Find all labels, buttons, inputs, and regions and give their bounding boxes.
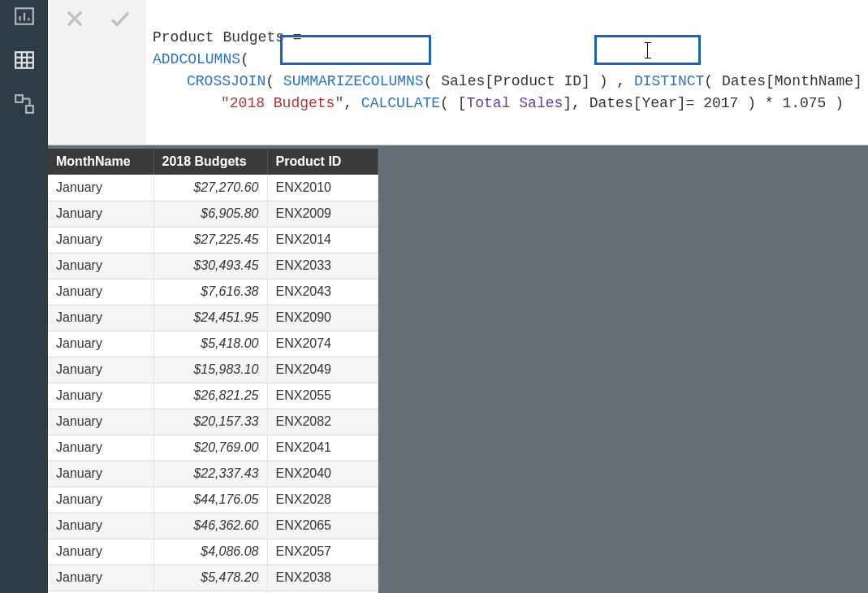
cell-monthname: January: [48, 201, 153, 227]
report-canvas[interactable]: MonthName 2018 Budgets Product ID Januar…: [48, 145, 868, 593]
svg-rect-10: [26, 106, 33, 113]
kw-addcolumns: ADDCOLUMNS: [153, 51, 240, 67]
cell-monthname: January: [48, 409, 153, 435]
cell-monthname: January: [48, 513, 153, 539]
cell-budget: $6,905.80: [153, 201, 267, 227]
cell-budget: $4,086.08: [153, 539, 267, 565]
cell-budget: $5,418.00: [153, 331, 267, 357]
cell-productid: ENX2014: [267, 227, 378, 253]
val-multiplier: 1.075: [782, 95, 826, 111]
formula-bar: Product Budgets = ADDCOLUMNS( CROSSJOIN(…: [48, 0, 868, 145]
cell-productid: ENX2028: [267, 487, 378, 513]
cell-budget: $5,478.20: [153, 565, 267, 591]
kw-crossjoin: CROSSJOIN: [187, 73, 266, 89]
results-table[interactable]: MonthName 2018 Budgets Product ID Januar…: [48, 149, 378, 593]
cell-productid: ENX2055: [267, 383, 378, 409]
val-year: 2017: [703, 95, 738, 111]
cell-budget: $26,821.25: [153, 383, 267, 409]
report-view-icon[interactable]: [12, 4, 37, 28]
cell-productid: ENX2009: [267, 201, 378, 227]
header-monthname[interactable]: MonthName: [48, 149, 153, 175]
cell-productid: ENX2090: [267, 305, 378, 331]
cell-monthname: January: [48, 539, 153, 565]
cell-budget: $30,493.45: [153, 253, 267, 279]
cell-monthname: January: [48, 487, 153, 513]
ref-dates-monthname: Dates[MonthName]: [722, 73, 862, 89]
table-row[interactable]: January$27,270.60ENX2010: [48, 175, 378, 201]
cell-budget: $20,769.00: [153, 435, 267, 461]
cell-monthname: January: [48, 357, 153, 383]
model-view-icon[interactable]: [12, 92, 37, 116]
cell-productid: ENX2082: [267, 409, 378, 435]
cell-budget: $7,616.38: [153, 279, 267, 305]
formula-controls: [48, 0, 146, 145]
cell-monthname: January: [48, 253, 153, 279]
kw-distinct: DISTINCT: [634, 73, 704, 89]
cell-budget: $20,157.33: [153, 409, 267, 435]
table-row[interactable]: January$7,616.38ENX2043: [48, 279, 378, 305]
cell-monthname: January: [48, 331, 153, 357]
table-row[interactable]: January$22,337.43ENX2040: [48, 461, 378, 487]
table-row[interactable]: January$27,225.45ENX2014: [48, 227, 378, 253]
cell-monthname: January: [48, 175, 153, 201]
kw-calculate: CALCULATE: [361, 95, 440, 111]
cell-monthname: January: [48, 227, 153, 253]
table-row[interactable]: January$4,086.08ENX2057: [48, 539, 378, 565]
cell-productid: ENX2074: [267, 331, 378, 357]
cell-budget: $44,176.05: [153, 487, 267, 513]
cell-budget: $24,451.95: [153, 305, 267, 331]
table-row[interactable]: January$44,176.05ENX2028: [48, 487, 378, 513]
table-row[interactable]: January$6,905.80ENX2009: [48, 201, 378, 227]
cell-budget: $46,362.60: [153, 513, 267, 539]
table-header-row: MonthName 2018 Budgets Product ID: [48, 149, 378, 175]
table-row[interactable]: January$26,821.25ENX2055: [48, 383, 378, 409]
header-2018budgets[interactable]: 2018 Budgets: [153, 149, 267, 175]
cell-productid: ENX2057: [267, 539, 378, 565]
svg-rect-9: [15, 95, 23, 102]
cell-budget: $27,225.45: [153, 227, 267, 253]
cell-monthname: January: [48, 279, 153, 305]
cell-productid: ENX2033: [267, 253, 378, 279]
ref-dates-year: Dates[Year]: [589, 95, 686, 111]
cell-productid: ENX2010: [267, 175, 378, 201]
cell-productid: ENX2043: [267, 279, 378, 305]
cell-budget: $15,983.10: [153, 357, 267, 383]
ref-total-sales: Total Sales: [466, 95, 563, 111]
view-navbar: [0, 0, 48, 593]
table-row[interactable]: January$24,451.95ENX2090: [48, 305, 378, 331]
cell-productid: ENX2041: [267, 435, 378, 461]
table-row[interactable]: January$5,418.00ENX2074: [48, 331, 378, 357]
table-row[interactable]: January$15,983.10ENX2049: [48, 357, 378, 383]
formula-line-1: Product Budgets =: [153, 29, 302, 45]
ref-sales-productid: Sales[Product ID]: [441, 73, 590, 89]
svg-rect-4: [15, 52, 33, 68]
table-row[interactable]: January$46,362.60ENX2065: [48, 513, 378, 539]
cell-budget: $27,270.60: [153, 175, 267, 201]
cell-monthname: January: [48, 435, 153, 461]
str-budgets: "2018 Budgets": [221, 95, 343, 111]
table-row[interactable]: January$30,493.45ENX2033: [48, 253, 378, 279]
cell-budget: $22,337.43: [153, 461, 267, 487]
dax-formula-editor[interactable]: Product Budgets = ADDCOLUMNS( CROSSJOIN(…: [146, 0, 868, 145]
cancel-formula-button[interactable]: [57, 3, 93, 34]
cell-productid: ENX2040: [267, 461, 378, 487]
table-row[interactable]: January$20,157.33ENX2082: [48, 409, 378, 435]
kw-summarizecolumns: SUMMARIZECOLUMNS: [283, 73, 424, 89]
table-row[interactable]: January$5,478.20ENX2038: [48, 565, 378, 591]
cell-productid: ENX2049: [267, 357, 378, 383]
header-productid[interactable]: Product ID: [267, 149, 378, 175]
cell-productid: ENX2038: [267, 565, 378, 591]
table-row[interactable]: January$20,769.00ENX2041: [48, 435, 378, 461]
cell-monthname: January: [48, 565, 153, 591]
cell-monthname: January: [48, 305, 153, 331]
cell-monthname: January: [48, 383, 153, 409]
cell-productid: ENX2065: [267, 513, 378, 539]
commit-formula-button[interactable]: [102, 3, 138, 34]
data-view-icon[interactable]: [12, 48, 37, 72]
cell-monthname: January: [48, 461, 153, 487]
